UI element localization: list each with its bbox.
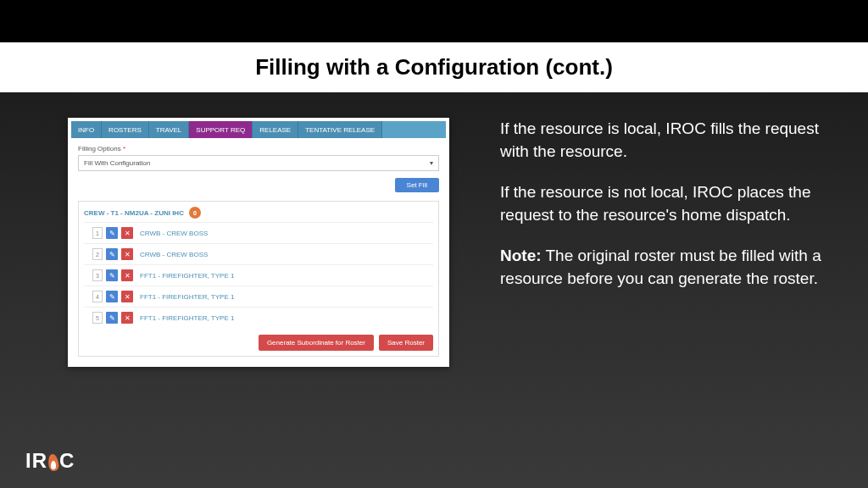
- roster-row: 1 ✎ ✕ CRWB - CREW BOSS: [84, 222, 433, 243]
- roster-row: 4 ✎ ✕ FFT1 - FIREFIGHTER, TYPE 1: [84, 286, 433, 307]
- delete-icon[interactable]: ✕: [121, 269, 133, 281]
- slide-title: Filling with a Configuration (cont.): [0, 54, 868, 80]
- tab-tentative-release[interactable]: TENTATIVE RELEASE: [298, 121, 382, 138]
- content-area: INFO ROSTERS TRAVEL SUPPORT REQ RELEASE …: [0, 92, 868, 367]
- note-label: Note:: [500, 247, 542, 264]
- tab-support-req[interactable]: SUPPORT REQ: [189, 121, 253, 138]
- filling-select-value: Fill With Configuration: [84, 159, 150, 167]
- roster-item-label[interactable]: FFT1 - FIREFIGHTER, TYPE 1: [140, 314, 234, 322]
- chevron-down-icon: ▾: [430, 159, 433, 167]
- note-body: The original roster must be filled with …: [500, 247, 821, 287]
- generate-subordinate-button[interactable]: Generate Subordinate for Roster: [259, 335, 374, 351]
- tab-travel[interactable]: TRAVEL: [149, 121, 190, 138]
- edit-icon[interactable]: ✎: [106, 248, 118, 260]
- crew-badge: 0: [189, 207, 201, 219]
- paragraph-note: Note: The original roster must be filled…: [500, 245, 834, 290]
- roster-row: 3 ✎ ✕ FFT1 - FIREFIGHTER, TYPE 1: [84, 264, 433, 286]
- explainer-text: If the resource is local, IROC fills the…: [500, 118, 834, 367]
- required-asterisk: *: [121, 145, 125, 152]
- crew-header: CREW - T1 - NM2UA - ZUNI IHC 0: [84, 207, 433, 219]
- paragraph-not-local: If the resource is not local, IROC place…: [500, 181, 834, 226]
- title-bar: Filling with a Configuration (cont.): [0, 42, 868, 92]
- edit-icon[interactable]: ✎: [106, 291, 118, 302]
- tabs-row: INFO ROSTERS TRAVEL SUPPORT REQ RELEASE …: [71, 121, 446, 138]
- filling-select[interactable]: Fill With Configuration ▾: [78, 155, 439, 171]
- delete-icon[interactable]: ✕: [121, 312, 133, 324]
- roster-row: 5 ✎ ✕ FFT1 - FIREFIGHTER, TYPE 1: [84, 307, 433, 328]
- flame-icon: [47, 451, 60, 471]
- tab-stripe: [382, 121, 446, 138]
- logo-post: C: [59, 449, 75, 473]
- save-roster-button[interactable]: Save Roster: [379, 335, 433, 351]
- set-fill-button[interactable]: Set Fill: [395, 178, 439, 192]
- tab-rosters[interactable]: ROSTERS: [102, 121, 149, 138]
- roster-row: 2 ✎ ✕ CRWB - CREW BOSS: [84, 243, 433, 264]
- roster-item-label[interactable]: FFT1 - FIREFIGHTER, TYPE 1: [140, 272, 234, 280]
- iroc-logo: IR C: [25, 449, 75, 473]
- row-number: 1: [92, 227, 103, 239]
- top-black-bar: [0, 0, 868, 42]
- roster-panel: CREW - T1 - NM2UA - ZUNI IHC 0 1 ✎ ✕ CRW…: [78, 201, 439, 357]
- panel-body: Filling Options * Fill With Configuratio…: [71, 138, 446, 363]
- roster-item-label[interactable]: FFT1 - FIREFIGHTER, TYPE 1: [140, 293, 234, 301]
- row-number: 2: [92, 248, 103, 260]
- set-fill-row: Set Fill: [78, 178, 439, 192]
- filling-label-text: Filling Options: [78, 145, 121, 152]
- roster-buttons: Generate Subordinate for Roster Save Ros…: [84, 335, 433, 351]
- tab-release[interactable]: RELEASE: [253, 121, 298, 138]
- delete-icon[interactable]: ✕: [121, 248, 133, 260]
- row-number: 3: [92, 269, 103, 281]
- edit-icon[interactable]: ✎: [106, 227, 118, 239]
- logo-pre: IR: [25, 449, 47, 473]
- edit-icon[interactable]: ✎: [106, 269, 118, 281]
- edit-icon[interactable]: ✎: [106, 312, 118, 324]
- app-screenshot: INFO ROSTERS TRAVEL SUPPORT REQ RELEASE …: [68, 118, 449, 367]
- filling-options-label: Filling Options *: [78, 145, 439, 152]
- delete-icon[interactable]: ✕: [121, 227, 133, 239]
- paragraph-local: If the resource is local, IROC fills the…: [500, 118, 834, 163]
- row-number: 5: [92, 312, 103, 324]
- roster-item-label[interactable]: CRWB - CREW BOSS: [140, 230, 208, 237]
- delete-icon[interactable]: ✕: [121, 291, 133, 302]
- roster-item-label[interactable]: CRWB - CREW BOSS: [140, 251, 208, 258]
- crew-header-text: CREW - T1 - NM2UA - ZUNI IHC: [84, 209, 184, 217]
- tab-info[interactable]: INFO: [71, 121, 102, 138]
- row-number: 4: [92, 291, 103, 302]
